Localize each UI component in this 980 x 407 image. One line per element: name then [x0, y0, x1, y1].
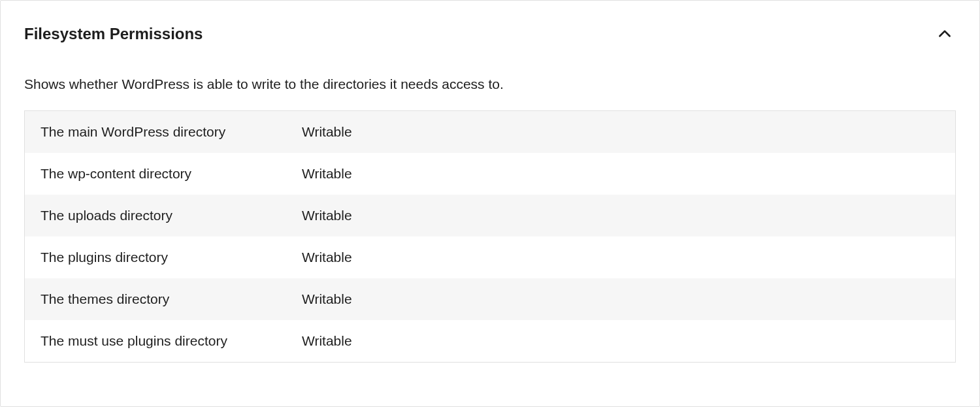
- chevron-up-icon: [936, 25, 953, 42]
- filesystem-permissions-panel: Filesystem Permissions Shows whether Wor…: [0, 0, 980, 407]
- permissions-table: The main WordPress directory Writable Th…: [24, 110, 956, 363]
- table-row: The uploads directory Writable: [25, 195, 955, 236]
- table-row: The must use plugins directory Writable: [25, 320, 955, 362]
- directory-status: Writable: [302, 208, 939, 223]
- panel-header: Filesystem Permissions: [1, 1, 979, 45]
- directory-status: Writable: [302, 124, 939, 140]
- directory-status: Writable: [302, 166, 939, 182]
- table-row: The wp-content directory Writable: [25, 153, 955, 195]
- collapse-button[interactable]: [934, 23, 956, 45]
- directory-status: Writable: [302, 250, 939, 265]
- directory-label: The themes directory: [41, 291, 302, 307]
- directory-label: The wp-content directory: [41, 166, 302, 182]
- panel-title: Filesystem Permissions: [24, 25, 203, 43]
- directory-label: The plugins directory: [41, 250, 302, 265]
- directory-label: The main WordPress directory: [41, 124, 302, 140]
- directory-status: Writable: [302, 333, 939, 349]
- panel-description: Shows whether WordPress is able to write…: [1, 45, 979, 110]
- table-row: The main WordPress directory Writable: [25, 111, 955, 153]
- directory-status: Writable: [302, 291, 939, 307]
- directory-label: The uploads directory: [41, 208, 302, 223]
- table-row: The themes directory Writable: [25, 278, 955, 320]
- table-row: The plugins directory Writable: [25, 236, 955, 278]
- directory-label: The must use plugins directory: [41, 333, 302, 349]
